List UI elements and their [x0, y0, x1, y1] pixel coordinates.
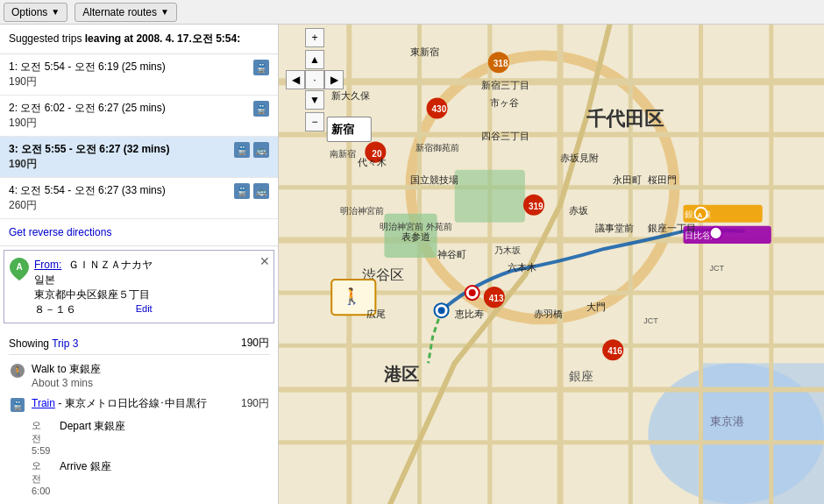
trip-number-4: 4:	[9, 184, 20, 196]
svg-text:赤羽橋: 赤羽橋	[534, 309, 563, 319]
train-link[interactable]: Train	[32, 397, 55, 409]
trip-time-3: 오전 5:55 - 오전 6:27 (32 mins)	[21, 143, 169, 155]
svg-text:大門: 大門	[586, 302, 606, 312]
alternate-routes-arrow-icon: ▼	[160, 7, 169, 17]
svg-text:新宿御苑前: 新宿御苑前	[416, 143, 459, 153]
svg-text:代々木: 代々木	[357, 157, 387, 167]
transit-icon-3a: 🚆	[234, 142, 250, 158]
alternate-routes-button[interactable]: Alternate routes ▼	[75, 3, 177, 22]
trip-number-2: 2:	[9, 102, 20, 114]
trip-item-1[interactable]: 1: 오전 5:54 - 오전 6:19 (25 mins) 190円 🚆	[0, 54, 278, 96]
walk-label: Walk to 東銀座	[32, 363, 101, 375]
svg-text:銀座一丁目: 銀座一丁目	[648, 223, 696, 233]
from-country: 일본	[34, 273, 55, 286]
trip-detail-cost: 190円	[241, 336, 269, 351]
train-cost: 190円	[241, 396, 269, 411]
train-route: 東京メトロ日比谷線･中目黒行	[65, 397, 207, 409]
depart-time: 오 전 5:59	[32, 419, 60, 456]
from-place-name: ＧＩＮＺＡナカヤ	[68, 259, 153, 271]
map-center-button[interactable]: ·	[305, 70, 324, 89]
trip-icons-3: 🚆 🚌	[234, 142, 269, 158]
svg-text:A: A	[16, 262, 22, 272]
edit-link[interactable]: Edit	[136, 303, 153, 314]
reverse-directions-link[interactable]: Get reverse directions	[9, 226, 111, 238]
trip-icons-2: 🚆	[253, 101, 269, 117]
arrive-time: 오 전 6:00	[32, 459, 60, 496]
left-panel: Suggested trips leaving at 2008. 4. 17.오…	[0, 25, 279, 504]
map-image: 銀座線 日比谷線 A 千代田区 港区 銀座 渋谷区 渋谷 🚶	[279, 25, 824, 504]
svg-text:JCT: JCT	[643, 316, 658, 325]
trip-detail: Showing Trip 3 190円 🚶 Walk to 東銀座 About …	[0, 327, 278, 503]
reverse-directions-section: Get reverse directions	[0, 219, 278, 246]
close-from-button[interactable]: ✕	[259, 254, 270, 268]
trip-cost-1: 190円	[9, 75, 37, 88]
trip-time-4: 오전 5:54 - 오전 6:27 (33 mins)	[20, 184, 165, 196]
svg-text:市ヶ谷: 市ヶ谷	[490, 97, 519, 108]
transit-icon-4a: 🚆	[234, 183, 250, 199]
trip-item-3[interactable]: 3: 오전 5:55 - 오전 6:27 (32 mins) 190円 🚆 🚌	[0, 137, 278, 178]
svg-text:議事堂前: 議事堂前	[595, 223, 634, 233]
svg-text:乃木坂: 乃木坂	[494, 245, 521, 255]
options-label: Options	[11, 6, 47, 18]
svg-text:恵比寿: 恵比寿	[454, 309, 484, 319]
main-content: Suggested trips leaving at 2008. 4. 17.오…	[0, 25, 824, 504]
trip-item-4[interactable]: 4: 오전 5:54 - 오전 6:27 (33 mins) 260円 🚆 🚌	[0, 178, 278, 219]
trip-cost-2: 190円	[9, 117, 37, 129]
map-area: + ▲ ◀ · ▶ ▼ −	[279, 25, 824, 504]
svg-text:🚶: 🚶	[342, 287, 362, 306]
pan-down-button[interactable]: ▼	[305, 90, 324, 110]
svg-text:416: 416	[607, 346, 622, 356]
svg-text:四谷三丁目: 四谷三丁目	[481, 131, 529, 141]
trip-list: 1: 오전 5:54 - 오전 6:19 (25 mins) 190円 🚆 2:…	[0, 54, 278, 219]
svg-text:広尾: 広尾	[366, 309, 386, 319]
svg-text:南新宿: 南新宿	[330, 149, 356, 159]
from-details: From: ＧＩＮＺＡナカヤ 일본 東京都中央区銀座５丁目 ８－１６ Edit	[34, 258, 153, 317]
options-button[interactable]: Options ▼	[4, 3, 67, 22]
transit-icon-1: 🚆	[253, 60, 269, 75]
walk-duration: About 3 mins	[32, 377, 93, 389]
trip-info-4: 4: 오전 5:54 - 오전 6:27 (33 mins) 260円	[9, 183, 227, 213]
svg-point-32	[710, 227, 722, 239]
svg-text:赤坂: 赤坂	[569, 205, 588, 216]
arrive-action: Arrive 銀座	[60, 459, 269, 496]
from-label[interactable]: From:	[34, 259, 61, 271]
trip-cost-4: 260円	[9, 199, 37, 211]
alternate-routes-label: Alternate routes	[82, 6, 157, 18]
trip-time-1: 오전 5:54 - 오전 6:19 (25 mins)	[20, 60, 165, 73]
pan-up-button[interactable]: ▲	[305, 50, 324, 69]
svg-text:JCT: JCT	[710, 264, 725, 273]
from-address-1: 東京都中央区銀座５丁目	[34, 288, 150, 301]
trip-info-1: 1: 오전 5:54 - 오전 6:19 (25 mins) 190円	[9, 60, 246, 89]
train-step: 🚆 Train - 東京メトロ日比谷線･中目黒行 190円	[9, 393, 269, 417]
trip-link[interactable]: Trip 3	[52, 337, 78, 350]
svg-text:桜田門: 桜田門	[648, 174, 677, 185]
trip-detail-header: Showing Trip 3 190円	[9, 332, 269, 355]
walk-info: Walk to 東銀座 About 3 mins	[32, 362, 269, 389]
zoom-in-button[interactable]: +	[305, 28, 324, 47]
trip-number-3: 3:	[9, 143, 21, 155]
pan-left-button[interactable]: ◀	[286, 70, 305, 89]
options-arrow-icon: ▼	[51, 7, 60, 17]
from-row: A From: ＧＩＮＺＡナカヤ 일본 東京都中央区銀座５丁目 ８－１６ Ed	[10, 256, 268, 317]
map-controls: + ▲ ◀ · ▶ ▼ −	[286, 28, 344, 132]
svg-text:A: A	[698, 211, 703, 219]
depart-row: 오 전 5:59 Depart 東銀座	[9, 417, 269, 458]
svg-text:国立競技場: 国立競技場	[410, 174, 458, 185]
trip-time-2: 오전 6:02 - 오전 6:27 (25 mins)	[20, 102, 165, 114]
trip-info-2: 2: 오전 6:02 - 오전 6:27 (25 mins) 190円	[9, 101, 246, 131]
svg-text:318: 318	[494, 59, 508, 68]
svg-rect-3	[701, 363, 824, 504]
zoom-out-button[interactable]: −	[305, 112, 324, 131]
svg-text:永田町: 永田町	[613, 174, 642, 185]
from-section: ✕ A From: ＧＩＮＺＡナカヤ 일본	[4, 250, 274, 323]
pan-right-button[interactable]: ▶	[324, 70, 344, 89]
svg-text:明治神宮前: 明治神宮前	[340, 206, 384, 216]
svg-text:赤坂見附: 赤坂見附	[560, 153, 599, 163]
svg-text:千代田区: 千代田区	[586, 108, 664, 130]
svg-text:413: 413	[489, 294, 504, 303]
svg-text:六本木: 六本木	[508, 262, 536, 273]
svg-text:新宿三丁目: 新宿三丁目	[481, 80, 529, 90]
svg-text:430: 430	[432, 104, 447, 114]
arrive-row: 오 전 6:00 Arrive 銀座	[9, 458, 269, 498]
trip-item-2[interactable]: 2: 오전 6:02 - 오전 6:27 (25 mins) 190円 🚆	[0, 96, 278, 137]
